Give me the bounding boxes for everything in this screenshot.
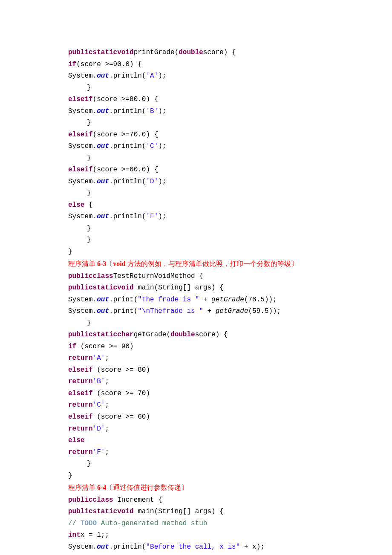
- code-text: ;: [105, 378, 109, 385]
- code-text: main(String[] args) {: [134, 508, 224, 515]
- code-text: + x);: [240, 543, 265, 551]
- code-text: (score >=70.0) {: [93, 131, 159, 139]
- code-line: System.out.println('D');: [68, 176, 392, 188]
- keyword: return: [68, 401, 93, 409]
- code-line: intx = 1;;: [68, 529, 392, 541]
- code-line: publicclass Increment {: [68, 494, 392, 506]
- code-text: ;: [105, 425, 109, 433]
- code-line: System.out.print("The frade is " + getGr…: [68, 294, 392, 306]
- heading-text: 方法的例如，与程序清单做比照，打印一个分数的等级〕: [127, 260, 298, 267]
- code-text: System.: [68, 107, 97, 115]
- code-text: (score >=80.0) {: [93, 95, 159, 103]
- keyword: publicclass: [68, 272, 113, 280]
- section-heading: 程序清单 6-3〔void 方法的例如，与程序清单做比照，打印一个分数的等级〕: [68, 258, 392, 271]
- string-literal: 'A': [93, 354, 105, 362]
- keyword: return: [68, 448, 93, 456]
- code-text: System.: [68, 296, 97, 304]
- code-line: elseif(score >=80.0) {: [68, 94, 392, 106]
- keyword: elseif: [68, 131, 93, 139]
- code-text: score) {: [195, 331, 228, 338]
- code-text: TestReturnVoidMethod {: [113, 272, 203, 280]
- keyword: publicstaticvoid: [68, 508, 134, 515]
- keyword: publicstaticvoid: [68, 49, 134, 56]
- brace-close: }: [68, 318, 392, 330]
- code-line: return'C';: [68, 399, 392, 411]
- code-text: );: [158, 178, 166, 185]
- code-line: return'F';: [68, 447, 392, 459]
- keyword: return: [68, 425, 93, 433]
- code-line: increment(x);: [68, 553, 392, 555]
- code-text: (59.5));: [248, 307, 281, 315]
- code-text: (score >= 90): [76, 343, 133, 350]
- keyword: else: [68, 201, 84, 209]
- code-text: {: [84, 201, 92, 209]
- code-text: System.: [68, 178, 97, 185]
- code-line: return'D';: [68, 423, 392, 435]
- code-text: System.: [68, 213, 97, 220]
- brace-close: }: [68, 470, 392, 482]
- string-literal: "The frade is ": [138, 296, 199, 304]
- code-line: System.out.println("Before the call, x i…: [68, 541, 392, 553]
- field: out: [97, 142, 109, 150]
- code-line: elseif(score >=60.0) {: [68, 164, 392, 176]
- code-text: +: [199, 296, 211, 304]
- comment: Auto-generated method stub: [97, 520, 207, 527]
- code-line: else {: [68, 199, 392, 211]
- string-literal: 'B': [93, 378, 105, 385]
- keyword: double: [170, 331, 195, 338]
- code-text: .println(: [109, 72, 146, 80]
- code-text: System.: [68, 307, 97, 315]
- code-line: return'A';: [68, 353, 392, 364]
- brace-close: }: [68, 234, 392, 246]
- code-line: elseif(score >=70.0) {: [68, 129, 392, 141]
- heading-number: 6-4: [97, 484, 106, 491]
- field: out: [97, 307, 109, 315]
- keyword: elseif: [68, 95, 93, 103]
- code-text: .print(: [109, 296, 138, 304]
- code-line: publicclassTestReturnVoidMethod {: [68, 271, 392, 283]
- brace-close: }: [68, 223, 392, 235]
- code-text: (score >=90.0) {: [76, 61, 142, 68]
- code-text: );: [158, 213, 166, 220]
- code-text: .println(: [109, 107, 146, 115]
- code-document: publicstaticvoidprintGrade(doublescore) …: [0, 0, 392, 555]
- keyword: elseif: [68, 166, 93, 173]
- code-text: (78.5));: [244, 296, 277, 304]
- code-line: elseif (score >= 70): [68, 388, 392, 400]
- code-line: System.out.println('C');: [68, 141, 392, 153]
- code-text: );: [158, 107, 166, 115]
- code-line: System.out.println('F');: [68, 211, 392, 223]
- string-literal: 'C': [146, 142, 158, 150]
- code-line: System.out.println('B');: [68, 106, 392, 118]
- heading-number: 6-3: [97, 260, 106, 267]
- keyword: publicstaticchar: [68, 331, 134, 338]
- code-text: getGrade(: [134, 331, 170, 338]
- todo-tag: TODO: [81, 520, 97, 527]
- string-literal: 'B': [146, 107, 158, 115]
- code-line: System.out.println('A');: [68, 70, 392, 82]
- brace-close: }: [68, 246, 392, 258]
- code-text: System.: [68, 72, 97, 80]
- keyword: elseif: [68, 390, 93, 397]
- heading-text: 〔通过传值进行参数传递〕: [106, 484, 188, 491]
- comment-line: // TODO Auto-generated method stub: [68, 518, 392, 530]
- field: out: [97, 213, 109, 220]
- keyword: int: [68, 531, 81, 539]
- code-text: (score >= 60): [93, 413, 150, 421]
- field: out: [97, 72, 109, 80]
- code-text: ;: [105, 354, 109, 362]
- code-line: System.out.print("\nThefrade is " + getG…: [68, 306, 392, 318]
- code-line: publicstaticvoid main(String[] args) {: [68, 506, 392, 518]
- field: out: [97, 296, 109, 304]
- keyword: elseif: [68, 366, 93, 374]
- heading-text: 〔: [106, 260, 113, 267]
- code-text: .println(: [109, 178, 146, 185]
- section-heading: 程序清单 6-4〔通过传值进行参数传递〕: [68, 482, 392, 494]
- code-line: return'B';: [68, 376, 392, 388]
- string-literal: 'F': [146, 213, 158, 220]
- code-text: System.: [68, 543, 97, 551]
- heading-text: 程序清单: [68, 260, 97, 267]
- code-text: .print(: [109, 307, 138, 315]
- comment: //: [68, 520, 81, 527]
- code-text: );: [158, 142, 166, 150]
